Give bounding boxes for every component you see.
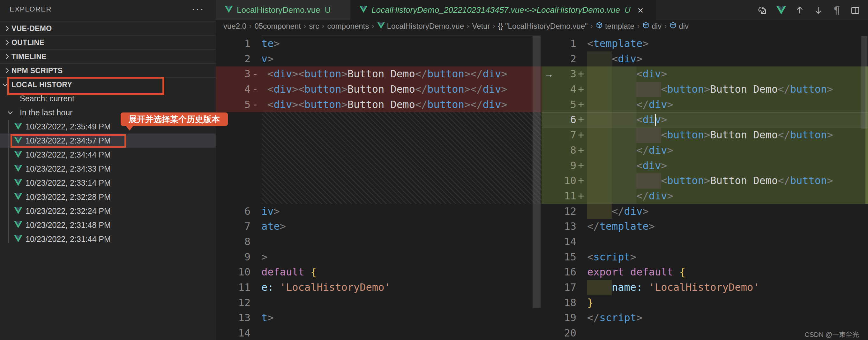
breadcrumb-separator-icon: ›	[664, 22, 666, 30]
sidebar-section-npm-scripts[interactable]: NPM SCRIPTS	[0, 63, 216, 77]
editor-area: LocalHistoryDemo.vueULocalHistoryDemo_20…	[216, 0, 868, 340]
right-pane-scrollbar[interactable]	[861, 36, 867, 129]
section-label: OUTLINE	[11, 38, 44, 47]
code-line[interactable]: 5- <div><button>Button Demo</button></di…	[216, 97, 541, 112]
sidebar-section-local-history[interactable]: LOCAL HISTORY	[0, 77, 216, 91]
history-entry[interactable]: 10/23/2022, 2:32:24 PM	[0, 204, 216, 218]
breadcrumb-item[interactable]: LocalHistoryDemo.vue	[377, 22, 464, 31]
code-line[interactable]: 13</template>	[541, 219, 868, 234]
breadcrumb-item[interactable]: src	[309, 22, 319, 31]
section-label: LOCAL HISTORY	[11, 80, 72, 89]
editor-toolbar: ¶	[757, 0, 860, 20]
restore-file-icon[interactable]	[757, 5, 768, 15]
tab-label: LocalHistoryDemo_20221023143457.vue<->Lo…	[371, 5, 620, 15]
sidebar-section-outline[interactable]: OUTLINE	[0, 35, 216, 49]
vetur-icon[interactable]	[776, 5, 786, 15]
sidebar-section-timeline[interactable]: TIMELINE	[0, 49, 216, 63]
next-change-icon[interactable]	[813, 5, 823, 15]
split-editor-icon[interactable]	[850, 5, 860, 15]
vue-file-icon	[14, 179, 22, 188]
vue-file-icon	[14, 193, 22, 202]
history-entry[interactable]: 10/23/2022, 2:33:14 PM	[0, 176, 216, 190]
breadcrumb-label: components	[328, 22, 369, 31]
code-line[interactable]: 3- <div><button>Button Demo</button></di…	[216, 66, 541, 82]
code-line[interactable]: 16export default {	[541, 264, 868, 280]
left-pane-scrollbar[interactable]	[533, 36, 540, 308]
breadcrumb-item[interactable]: div	[670, 22, 689, 31]
sidebar-section-vue-demo[interactable]: VUE-DEMO	[0, 21, 216, 35]
entry-label: 10/23/2022, 2:33:14 PM	[26, 178, 111, 188]
code-line[interactable]: 19</script>	[541, 310, 868, 325]
code-line[interactable]: 14	[541, 234, 868, 250]
code-line[interactable]: 4- <div><button>Button Demo</button></di…	[216, 82, 541, 97]
code-line[interactable]: 1te>	[216, 36, 541, 52]
breadcrumb-item[interactable]: div	[642, 22, 661, 31]
code-line[interactable]: 13t>	[216, 310, 541, 325]
vue-file-icon	[225, 5, 233, 15]
breadcrumb-item[interactable]: template	[596, 22, 634, 31]
code-line[interactable]: 5+ </div>	[541, 97, 868, 112]
code-line[interactable]: 11+ </div>	[541, 189, 868, 204]
history-entry[interactable]: 10/23/2022, 2:31:44 PM	[0, 232, 216, 246]
code-line[interactable]: 8	[216, 234, 541, 250]
code-line[interactable]: 9+ <div>	[541, 158, 868, 173]
chevron-right-icon	[3, 39, 11, 46]
diff-pane-original[interactable]: 1te>2v>3- <div><button>Button Demo</butt…	[216, 32, 541, 340]
previous-change-icon[interactable]	[795, 5, 805, 15]
history-entry[interactable]: 10/23/2022, 2:31:48 PM	[0, 218, 216, 232]
watermark: CSDN @一束尘光	[805, 330, 859, 339]
history-entry[interactable]: 10/23/2022, 2:32:28 PM	[0, 190, 216, 204]
code-line[interactable]: 10+ <button>Button Demo</button>	[541, 173, 868, 189]
history-entry[interactable]: 10/23/2022, 2:34:33 PM	[0, 162, 216, 176]
toggle-whitespace-icon[interactable]: ¶	[832, 5, 842, 15]
whitespace-block	[636, 128, 661, 143]
history-entry[interactable]: 10/23/2022, 2:34:57 PM	[0, 134, 216, 148]
code-line[interactable]: 1<template>	[541, 36, 868, 52]
code-line[interactable]: 9>	[216, 250, 541, 265]
breadcrumb-item[interactable]: {}"LocalHistoryDemo.vue"	[498, 22, 588, 31]
breadcrumb-item[interactable]: vue2.0	[223, 22, 246, 31]
braces-icon: {}	[498, 22, 503, 30]
code-line[interactable]: 8+ </div>	[541, 143, 868, 158]
code-line[interactable]: 10default {	[216, 264, 541, 280]
code-line[interactable]: 7ate>	[216, 219, 541, 234]
breadcrumb-label: template	[605, 22, 634, 31]
code-line[interactable]: 17 name: 'LocalHistoryDemo'	[541, 280, 868, 295]
code-line[interactable]: 14	[216, 325, 541, 340]
code-line[interactable]: 12 </div>	[541, 204, 868, 219]
code-line[interactable]: 11e: 'LocalHistoryDemo'	[216, 280, 541, 295]
breadcrumb-item[interactable]: 05component	[254, 22, 301, 31]
code-line[interactable]: 18}	[541, 295, 868, 311]
code-line[interactable]: 3+ <div>→	[541, 66, 868, 82]
code-line[interactable]: 2v>	[216, 52, 541, 67]
code-line[interactable]: 6+ <div>	[541, 112, 868, 128]
code-line[interactable]: 6iv>	[216, 204, 541, 219]
history-entry[interactable]: 10/23/2022, 2:34:44 PM	[0, 148, 216, 162]
entry-label: 10/23/2022, 2:35:49 PM	[26, 122, 111, 131]
vue-file-icon	[14, 207, 22, 216]
breadcrumb-label: div	[652, 22, 661, 31]
code-line[interactable]: 2 <div>	[541, 52, 868, 67]
symbol-cube-icon	[642, 22, 649, 31]
code-line[interactable]: 7+ <button>Button Demo</button>	[541, 128, 868, 143]
breadcrumb-item[interactable]: components	[328, 22, 369, 31]
local-history-search[interactable]: Search: current	[0, 91, 216, 106]
entry-label: 10/23/2022, 2:31:48 PM	[26, 221, 111, 230]
tab-diff-active[interactable]: LocalHistoryDemo_20221023143457.vue<->Lo…	[350, 0, 656, 20]
breadcrumb-label: src	[309, 22, 319, 31]
text-cursor	[655, 114, 656, 126]
more-actions-icon[interactable]: ···	[191, 3, 204, 15]
breadcrumb-label: 05component	[254, 22, 301, 31]
whitespace-block	[587, 204, 612, 219]
code-line[interactable]: 4+ <button>Button Demo</button>	[541, 82, 868, 97]
diff-pane-modified[interactable]: 1<template>2 <div>3+ <div>→4+ <button>Bu…	[541, 32, 868, 340]
close-icon[interactable]: ×	[638, 5, 644, 15]
code-line[interactable]: 15<script>	[541, 250, 868, 265]
symbol-cube-icon	[596, 22, 603, 31]
breadcrumb-item[interactable]: Vetur	[472, 22, 490, 31]
code-line[interactable]: 12	[216, 295, 541, 311]
vue-file-icon	[377, 22, 385, 31]
diff-change-arrow-icon: →	[544, 66, 554, 82]
tab-file[interactable]: LocalHistoryDemo.vueU	[216, 0, 350, 20]
whitespace-block	[636, 173, 661, 189]
